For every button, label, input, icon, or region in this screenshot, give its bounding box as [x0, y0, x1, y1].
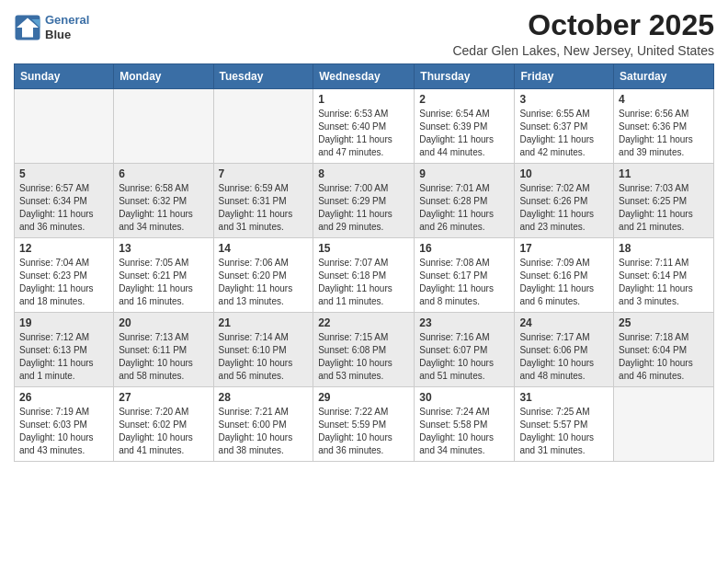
month-title: October 2025	[452, 9, 714, 41]
day-number: 28	[219, 391, 309, 404]
calendar-day-cell: 26Sunrise: 7:19 AM Sunset: 6:03 PM Dayli…	[15, 387, 114, 462]
day-info: Sunrise: 7:20 AM Sunset: 6:02 PM Dayligh…	[119, 406, 208, 457]
day-number: 1	[318, 93, 409, 106]
calendar-day-cell: 19Sunrise: 7:12 AM Sunset: 6:13 PM Dayli…	[15, 313, 114, 387]
weekday-header-friday: Friday	[515, 64, 614, 89]
calendar-day-cell: 5Sunrise: 6:57 AM Sunset: 6:34 PM Daylig…	[15, 164, 114, 238]
calendar-week-row: 1Sunrise: 6:53 AM Sunset: 6:40 PM Daylig…	[15, 89, 714, 164]
day-info: Sunrise: 7:19 AM Sunset: 6:03 PM Dayligh…	[19, 406, 108, 457]
calendar-day-cell: 2Sunrise: 6:54 AM Sunset: 6:39 PM Daylig…	[415, 89, 515, 164]
calendar-day-cell: 8Sunrise: 7:00 AM Sunset: 6:29 PM Daylig…	[313, 164, 415, 238]
calendar-day-cell: 24Sunrise: 7:17 AM Sunset: 6:06 PM Dayli…	[515, 313, 614, 387]
calendar-day-cell: 21Sunrise: 7:14 AM Sunset: 6:10 PM Dayli…	[213, 313, 313, 387]
day-number: 22	[318, 316, 409, 329]
calendar-day-cell: 6Sunrise: 6:58 AM Sunset: 6:32 PM Daylig…	[114, 164, 213, 238]
day-number: 5	[19, 167, 108, 180]
logo: General Blue	[14, 13, 89, 41]
calendar-week-row: 19Sunrise: 7:12 AM Sunset: 6:13 PM Dayli…	[15, 313, 714, 387]
day-number: 31	[519, 391, 609, 404]
weekday-header-wednesday: Wednesday	[313, 64, 415, 89]
calendar-week-row: 5Sunrise: 6:57 AM Sunset: 6:34 PM Daylig…	[15, 164, 714, 238]
day-number: 13	[119, 242, 208, 255]
day-info: Sunrise: 6:53 AM Sunset: 6:40 PM Dayligh…	[318, 108, 409, 159]
day-info: Sunrise: 7:18 AM Sunset: 6:04 PM Dayligh…	[619, 331, 709, 383]
calendar-day-cell: 4Sunrise: 6:56 AM Sunset: 6:36 PM Daylig…	[614, 89, 714, 164]
calendar-day-cell: 10Sunrise: 7:02 AM Sunset: 6:26 PM Dayli…	[515, 164, 614, 238]
day-number: 21	[219, 316, 309, 329]
day-info: Sunrise: 7:13 AM Sunset: 6:11 PM Dayligh…	[119, 331, 208, 383]
day-info: Sunrise: 7:14 AM Sunset: 6:10 PM Dayligh…	[219, 331, 309, 383]
day-number: 7	[219, 167, 309, 180]
day-number: 17	[519, 242, 609, 255]
day-number: 23	[419, 316, 509, 329]
calendar-day-cell: 28Sunrise: 7:21 AM Sunset: 6:00 PM Dayli…	[213, 387, 313, 462]
day-info: Sunrise: 6:57 AM Sunset: 6:34 PM Dayligh…	[19, 182, 108, 234]
day-info: Sunrise: 7:17 AM Sunset: 6:06 PM Dayligh…	[519, 331, 609, 383]
day-info: Sunrise: 7:07 AM Sunset: 6:18 PM Dayligh…	[318, 257, 409, 308]
calendar-week-row: 12Sunrise: 7:04 AM Sunset: 6:23 PM Dayli…	[15, 238, 714, 313]
day-number: 20	[119, 316, 208, 329]
weekday-header-sunday: Sunday	[15, 64, 114, 89]
day-number: 3	[519, 93, 609, 106]
calendar-day-cell: 18Sunrise: 7:11 AM Sunset: 6:14 PM Dayli…	[614, 238, 714, 313]
day-number: 2	[419, 93, 509, 106]
day-info: Sunrise: 7:11 AM Sunset: 6:14 PM Dayligh…	[619, 257, 709, 308]
day-number: 19	[19, 316, 108, 329]
day-info: Sunrise: 7:03 AM Sunset: 6:25 PM Dayligh…	[619, 182, 709, 234]
calendar-day-cell: 14Sunrise: 7:06 AM Sunset: 6:20 PM Dayli…	[213, 238, 313, 313]
day-info: Sunrise: 7:05 AM Sunset: 6:21 PM Dayligh…	[119, 257, 208, 308]
day-info: Sunrise: 6:58 AM Sunset: 6:32 PM Dayligh…	[119, 182, 208, 234]
day-number: 25	[619, 316, 709, 329]
calendar-day-cell: 1Sunrise: 6:53 AM Sunset: 6:40 PM Daylig…	[313, 89, 415, 164]
day-info: Sunrise: 7:02 AM Sunset: 6:26 PM Dayligh…	[519, 182, 609, 234]
day-info: Sunrise: 7:21 AM Sunset: 6:00 PM Dayligh…	[219, 406, 309, 457]
day-number: 16	[419, 242, 509, 255]
day-info: Sunrise: 7:06 AM Sunset: 6:20 PM Dayligh…	[219, 257, 309, 308]
day-number: 27	[119, 391, 208, 404]
calendar-day-cell: 11Sunrise: 7:03 AM Sunset: 6:25 PM Dayli…	[614, 164, 714, 238]
day-info: Sunrise: 7:01 AM Sunset: 6:28 PM Dayligh…	[419, 182, 509, 234]
calendar-day-cell: 27Sunrise: 7:20 AM Sunset: 6:02 PM Dayli…	[114, 387, 213, 462]
calendar-table: SundayMondayTuesdayWednesdayThursdayFrid…	[14, 63, 714, 462]
calendar-day-cell: 30Sunrise: 7:24 AM Sunset: 5:58 PM Dayli…	[415, 387, 515, 462]
calendar-day-cell: 15Sunrise: 7:07 AM Sunset: 6:18 PM Dayli…	[313, 238, 415, 313]
day-info: Sunrise: 7:00 AM Sunset: 6:29 PM Dayligh…	[318, 182, 409, 234]
day-info: Sunrise: 7:15 AM Sunset: 6:08 PM Dayligh…	[318, 331, 409, 383]
weekday-header-monday: Monday	[114, 64, 213, 89]
day-number: 4	[619, 93, 709, 106]
day-info: Sunrise: 7:16 AM Sunset: 6:07 PM Dayligh…	[419, 331, 509, 383]
calendar-day-cell: 7Sunrise: 6:59 AM Sunset: 6:31 PM Daylig…	[213, 164, 313, 238]
day-info: Sunrise: 7:12 AM Sunset: 6:13 PM Dayligh…	[19, 331, 108, 383]
logo-text: General Blue	[45, 13, 89, 41]
day-info: Sunrise: 6:59 AM Sunset: 6:31 PM Dayligh…	[219, 182, 309, 234]
title-area: October 2025 Cedar Glen Lakes, New Jerse…	[452, 9, 714, 58]
calendar-day-cell: 17Sunrise: 7:09 AM Sunset: 6:16 PM Dayli…	[515, 238, 614, 313]
calendar-day-cell	[213, 89, 313, 164]
day-number: 14	[219, 242, 309, 255]
day-info: Sunrise: 7:09 AM Sunset: 6:16 PM Dayligh…	[519, 257, 609, 308]
weekday-header-saturday: Saturday	[614, 64, 714, 89]
calendar-day-cell: 12Sunrise: 7:04 AM Sunset: 6:23 PM Dayli…	[15, 238, 114, 313]
calendar-day-cell: 25Sunrise: 7:18 AM Sunset: 6:04 PM Dayli…	[614, 313, 714, 387]
day-info: Sunrise: 6:55 AM Sunset: 6:37 PM Dayligh…	[519, 108, 609, 159]
page-header: General Blue October 2025 Cedar Glen Lak…	[14, 9, 714, 58]
calendar-day-cell: 13Sunrise: 7:05 AM Sunset: 6:21 PM Dayli…	[114, 238, 213, 313]
calendar-day-cell: 22Sunrise: 7:15 AM Sunset: 6:08 PM Dayli…	[313, 313, 415, 387]
day-number: 8	[318, 167, 409, 180]
weekday-header-row: SundayMondayTuesdayWednesdayThursdayFrid…	[15, 64, 714, 89]
day-info: Sunrise: 7:08 AM Sunset: 6:17 PM Dayligh…	[419, 257, 509, 308]
day-number: 9	[419, 167, 509, 180]
day-number: 24	[519, 316, 609, 329]
day-number: 10	[519, 167, 609, 180]
calendar-day-cell	[15, 89, 114, 164]
day-info: Sunrise: 6:56 AM Sunset: 6:36 PM Dayligh…	[619, 108, 709, 159]
day-info: Sunrise: 7:24 AM Sunset: 5:58 PM Dayligh…	[419, 406, 509, 457]
weekday-header-tuesday: Tuesday	[213, 64, 313, 89]
calendar-day-cell: 29Sunrise: 7:22 AM Sunset: 5:59 PM Dayli…	[313, 387, 415, 462]
day-info: Sunrise: 7:04 AM Sunset: 6:23 PM Dayligh…	[19, 257, 108, 308]
calendar-week-row: 26Sunrise: 7:19 AM Sunset: 6:03 PM Dayli…	[15, 387, 714, 462]
day-info: Sunrise: 7:25 AM Sunset: 5:57 PM Dayligh…	[519, 406, 609, 457]
day-number: 6	[119, 167, 208, 180]
calendar-day-cell: 31Sunrise: 7:25 AM Sunset: 5:57 PM Dayli…	[515, 387, 614, 462]
calendar-day-cell: 20Sunrise: 7:13 AM Sunset: 6:11 PM Dayli…	[114, 313, 213, 387]
